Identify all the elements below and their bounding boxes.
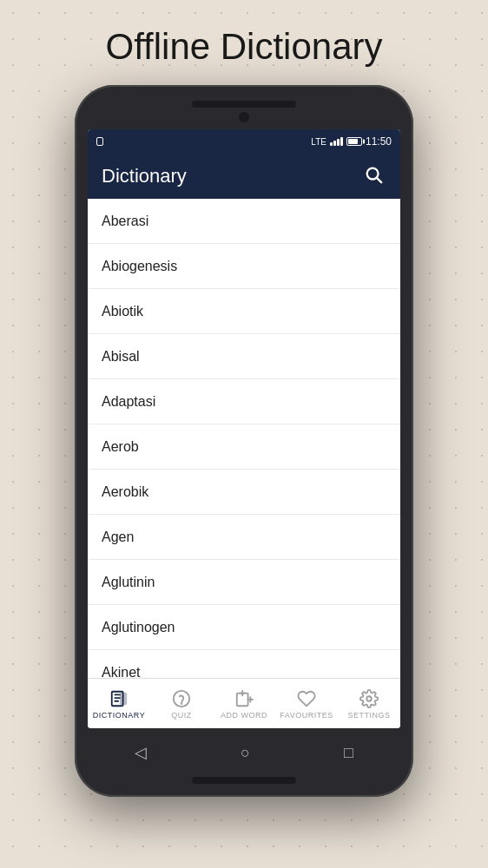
- search-button[interactable]: [360, 161, 386, 192]
- nav-label-add-word: ADD WORD: [221, 711, 267, 720]
- nav-label-dictionary: DICTIONARY: [93, 711, 145, 720]
- svg-point-11: [366, 696, 372, 701]
- svg-line-1: [377, 178, 381, 182]
- list-item[interactable]: Adaptasi: [88, 379, 400, 424]
- back-button[interactable]: ◁: [135, 743, 147, 762]
- list-item[interactable]: Akinet: [88, 650, 400, 678]
- word-list: AberasiAbiogenesisAbiotikAbisalAdaptasiA…: [88, 199, 400, 678]
- word-label: Abisal: [102, 349, 140, 365]
- list-item[interactable]: Aerob: [88, 424, 400, 470]
- nav-item-favourites[interactable]: FAVOURITES: [275, 683, 338, 725]
- word-label: Akinet: [102, 665, 140, 679]
- word-label: Aerobik: [102, 484, 148, 500]
- list-item[interactable]: Aberasi: [88, 199, 400, 244]
- svg-point-5: [181, 703, 182, 704]
- nav-item-add-word[interactable]: ADD WORD: [213, 683, 275, 725]
- bottom-nav: DICTIONARYQUIZADD WORDFAVOURITESSETTINGS: [88, 678, 400, 728]
- list-item[interactable]: Aglutinogen: [88, 605, 400, 650]
- recents-button[interactable]: □: [344, 744, 353, 762]
- nav-item-dictionary[interactable]: DICTIONARY: [88, 683, 150, 725]
- list-item[interactable]: Aerobik: [88, 470, 400, 515]
- word-label: Aglutinogen: [102, 620, 175, 635]
- speaker-bottom: [192, 777, 296, 784]
- app-title: Dictionary: [102, 165, 187, 187]
- nav-label-settings: SETTINGS: [347, 711, 390, 720]
- android-nav-bar: ◁ ○ □: [88, 733, 400, 772]
- home-button[interactable]: ○: [241, 744, 250, 762]
- nav-item-quiz[interactable]: QUIZ: [150, 683, 213, 725]
- list-item[interactable]: Abisal: [88, 334, 400, 379]
- word-label: Agen: [102, 529, 134, 545]
- nav-label-favourites: FAVOURITES: [280, 711, 333, 720]
- nav-item-settings[interactable]: SETTINGS: [338, 683, 400, 725]
- phone-shell: LTE 11:50 Dictionary: [75, 85, 413, 797]
- signal-bars: [330, 137, 343, 146]
- time-display: 11:50: [366, 135, 392, 148]
- word-label: Aerob: [102, 439, 139, 455]
- word-label: Abiotik: [102, 304, 143, 319]
- favourites-icon: [296, 688, 317, 709]
- speaker-top: [192, 101, 296, 108]
- word-label: Abiogenesis: [102, 259, 177, 274]
- list-item[interactable]: Aglutinin: [88, 560, 400, 605]
- lock-icon: [96, 137, 103, 146]
- dictionary-icon: [109, 688, 129, 709]
- app-header: Dictionary: [88, 154, 400, 199]
- settings-icon: [359, 688, 379, 709]
- add-word-icon: [234, 688, 254, 709]
- word-label: Adaptasi: [102, 394, 155, 410]
- word-label: Aberasi: [102, 214, 148, 229]
- list-item[interactable]: Abiotik: [88, 289, 400, 334]
- signal-indicator: LTE: [311, 137, 326, 147]
- word-label: Aglutinin: [102, 575, 155, 590]
- svg-rect-3: [121, 693, 126, 704]
- screen: LTE 11:50 Dictionary: [88, 129, 400, 728]
- nav-label-quiz: QUIZ: [171, 711, 192, 720]
- battery-indicator: [346, 137, 362, 146]
- status-bar: LTE 11:50: [88, 129, 400, 154]
- list-item[interactable]: Abiogenesis: [88, 244, 400, 289]
- camera: [239, 112, 249, 122]
- quiz-icon: [171, 688, 192, 709]
- list-item[interactable]: Agen: [88, 515, 400, 560]
- page-title: Offline Dictionary: [88, 0, 399, 85]
